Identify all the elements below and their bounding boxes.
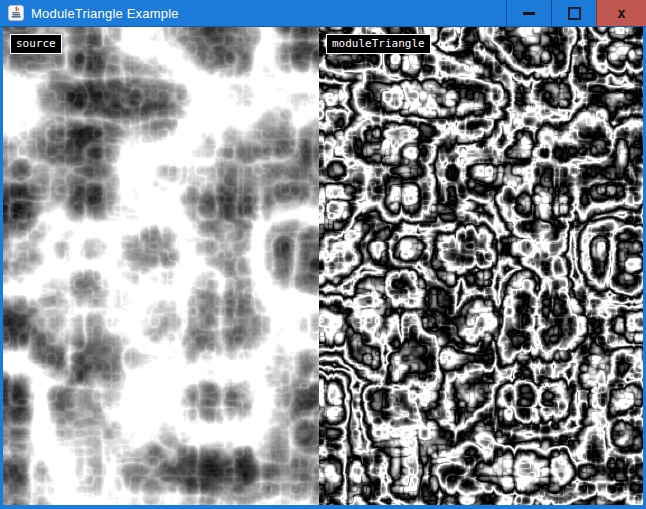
close-icon: x: [617, 6, 625, 20]
source-texture-canvas: [3, 27, 319, 505]
titlebar[interactable]: ModuleTriangle Example x: [0, 0, 646, 27]
maximize-button[interactable]: [551, 0, 596, 26]
minimize-icon: [523, 12, 535, 15]
maximize-icon: [568, 7, 581, 20]
window-frame-border: [0, 505, 646, 509]
window-controls: x: [506, 0, 646, 26]
source-label: source: [10, 34, 62, 54]
app-window: ModuleTriangle Example x source moduleTr…: [0, 0, 646, 509]
panel-moduletriangle: moduleTriangle: [319, 27, 643, 505]
moduletriangle-label: moduleTriangle: [326, 34, 431, 54]
java-coffee-cup-icon: [8, 5, 24, 21]
window-title: ModuleTriangle Example: [31, 6, 506, 21]
panel-source: source: [3, 27, 319, 505]
moduletriangle-texture-canvas: [319, 27, 643, 505]
minimize-button[interactable]: [506, 0, 551, 26]
content-area: source moduleTriangle: [3, 27, 643, 505]
close-button[interactable]: x: [596, 0, 646, 26]
